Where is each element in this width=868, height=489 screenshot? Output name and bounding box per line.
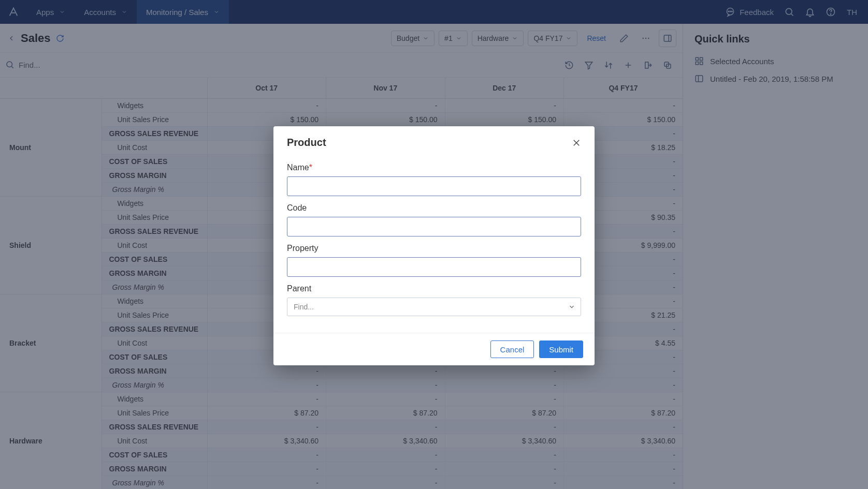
chevron-down-icon xyxy=(568,303,575,310)
parent-select[interactable]: Find... xyxy=(287,298,581,316)
parent-label: Parent xyxy=(287,284,581,293)
close-icon xyxy=(572,138,581,147)
code-label: Code xyxy=(287,203,581,213)
property-label: Property xyxy=(287,244,581,253)
property-input[interactable] xyxy=(287,257,581,277)
modal-title: Product xyxy=(287,137,326,149)
product-modal: Product Name* Code Property Parent Find. xyxy=(273,126,595,365)
parent-placeholder: Find... xyxy=(294,303,314,311)
name-label: Name* xyxy=(287,163,581,172)
code-input[interactable] xyxy=(287,217,581,236)
modal-close-button[interactable] xyxy=(572,138,581,147)
submit-button[interactable]: Submit xyxy=(539,340,583,358)
name-input[interactable] xyxy=(287,176,581,196)
modal-backdrop[interactable]: Product Name* Code Property Parent Find. xyxy=(0,0,868,489)
cancel-button[interactable]: Cancel xyxy=(490,340,534,358)
